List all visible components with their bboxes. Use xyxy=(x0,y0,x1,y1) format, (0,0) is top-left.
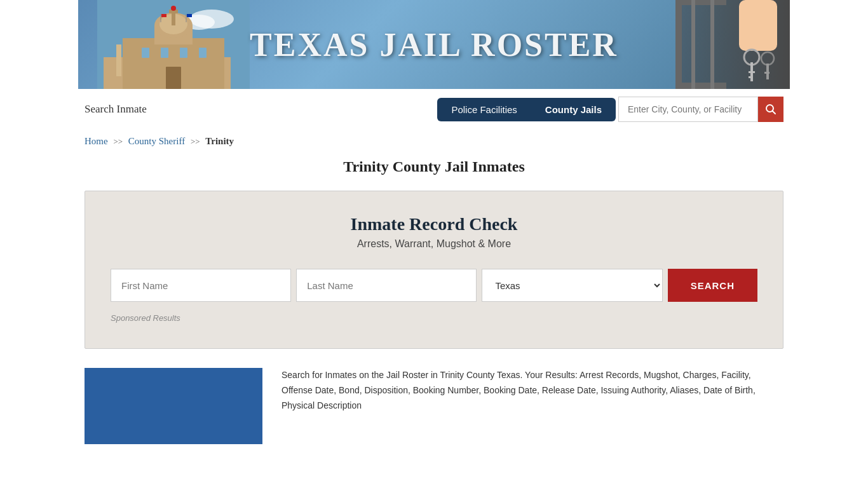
breadcrumb: Home >> County Sheriff >> Trinity xyxy=(85,136,783,147)
breadcrumb-current: Trinity xyxy=(205,136,234,146)
search-inmate-label: Search Inmate xyxy=(85,103,147,116)
bottom-section: Search for Inmates on the Jail Roster in… xyxy=(85,368,783,457)
svg-rect-35 xyxy=(675,0,682,89)
sponsored-results-label: Sponsored Results xyxy=(111,313,757,323)
svg-rect-31 xyxy=(749,76,753,78)
svg-rect-17 xyxy=(142,48,149,58)
record-check-form: AlabamaAlaskaArizonaArkansasCaliforniaCo… xyxy=(111,269,757,302)
breadcrumb-sep-2: >> xyxy=(191,137,200,146)
breadcrumb-home[interactable]: Home xyxy=(85,136,108,146)
record-search-button[interactable]: SEARCH xyxy=(668,269,757,302)
svg-rect-27 xyxy=(739,0,777,51)
keys-image xyxy=(675,0,790,89)
bottom-image xyxy=(85,368,262,444)
record-check-title: Inmate Record Check xyxy=(111,214,757,234)
svg-rect-21 xyxy=(166,67,181,89)
record-check-subtitle: Arrests, Warrant, Mugshot & More xyxy=(111,238,757,250)
svg-rect-36 xyxy=(675,0,726,5)
page-title: Trinity County Jail Inmates xyxy=(85,158,783,175)
state-select[interactable]: AlabamaAlaskaArizonaArkansasCaliforniaCo… xyxy=(482,269,662,302)
svg-rect-4 xyxy=(116,44,121,76)
site-title: Texas Jail Roster xyxy=(250,26,618,64)
breadcrumb-county-sheriff[interactable]: County Sheriff xyxy=(128,136,185,146)
svg-rect-37 xyxy=(675,83,726,89)
svg-rect-18 xyxy=(161,48,168,58)
police-facilities-button[interactable]: Police Facilities xyxy=(437,98,531,121)
svg-rect-38 xyxy=(691,0,695,89)
svg-line-41 xyxy=(773,111,776,114)
svg-rect-14 xyxy=(172,11,175,25)
svg-point-16 xyxy=(171,6,176,11)
svg-rect-25 xyxy=(187,14,192,17)
svg-rect-23 xyxy=(161,14,166,17)
svg-rect-30 xyxy=(749,71,755,73)
first-name-input[interactable] xyxy=(111,269,291,302)
bottom-description: Search for Inmates on the Jail Roster in… xyxy=(281,368,783,413)
facility-search-button[interactable] xyxy=(758,97,783,122)
county-jails-button[interactable]: County Jails xyxy=(531,98,616,121)
svg-rect-39 xyxy=(710,0,714,89)
search-icon xyxy=(765,104,776,115)
record-check-box: Inmate Record Check Arrests, Warrant, Mu… xyxy=(85,191,783,349)
facility-search-box xyxy=(618,97,783,122)
nav-right: Police Facilities County Jails xyxy=(437,97,783,122)
svg-rect-20 xyxy=(199,48,207,58)
nav-bar: Search Inmate Police Facilities County J… xyxy=(85,89,783,127)
last-name-input[interactable] xyxy=(296,269,477,302)
svg-rect-34 xyxy=(764,72,770,74)
facility-search-input[interactable] xyxy=(618,97,758,122)
breadcrumb-sep-1: >> xyxy=(113,137,123,146)
header-banner: Texas Jail Roster xyxy=(78,0,790,89)
capitol-image xyxy=(97,0,250,89)
svg-rect-33 xyxy=(766,64,769,79)
svg-rect-19 xyxy=(180,48,187,58)
